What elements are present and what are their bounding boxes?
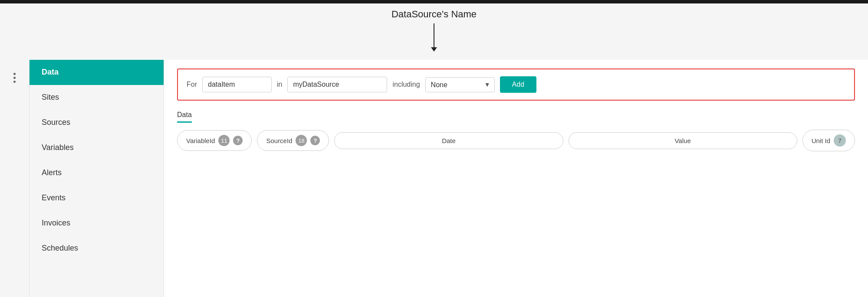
arrow-line (434, 23, 434, 47)
including-select-wrapper: None All ▼ (425, 77, 495, 92)
col-sourceid-badge: 18 (296, 135, 307, 146)
sidebar-item-sites[interactable]: Sites (30, 85, 164, 110)
add-button[interactable]: Add (500, 76, 536, 93)
col-header-variableid: VariableId 11 ? (177, 130, 252, 151)
dot-2 (13, 77, 16, 79)
main-layout: Data Sites Sources Variables Alerts Even… (0, 60, 868, 297)
sidebar-item-alerts[interactable]: Alerts (30, 160, 164, 186)
dot-3 (13, 81, 16, 83)
col-header-value: Value (569, 132, 797, 149)
tab-data[interactable]: Data (177, 111, 192, 123)
datasource-annotation-label: DataSource's Name (391, 9, 477, 20)
sidebar-item-schedules[interactable]: Schedules (30, 236, 164, 261)
sidebar-item-events[interactable]: Events (30, 186, 164, 211)
columns-row: VariableId 11 ? SourceId 18 ? Date Value… (177, 130, 855, 151)
col-header-unitid: Unit Id 7 (802, 130, 855, 151)
for-label: For (187, 81, 197, 88)
for-input[interactable] (202, 77, 272, 92)
query-builder: For in including None All ▼ Add (177, 69, 855, 101)
col-variableid-badge: 11 (218, 135, 230, 146)
col-sourceid-help-icon[interactable]: ? (310, 136, 320, 145)
tab-area: Data (177, 111, 855, 123)
including-label: including (392, 81, 420, 88)
col-header-date: Date (334, 132, 563, 149)
including-select[interactable]: None All (425, 77, 495, 92)
col-date-label: Date (442, 137, 456, 144)
col-value-label: Value (674, 137, 690, 144)
sidebar-item-invoices[interactable]: Invoices (30, 211, 164, 236)
sidebar: Data Sites Sources Variables Alerts Even… (30, 60, 164, 297)
annotation-container: DataSource's Name (391, 9, 477, 52)
col-unitid-label: Unit Id (812, 137, 830, 144)
col-variableid-help-icon[interactable]: ? (233, 136, 243, 145)
col-unitid-badge: 7 (834, 134, 846, 147)
col-sourceid-label: SourceId (266, 137, 292, 144)
col-variableid-label: VariableId (186, 137, 215, 144)
left-panel (0, 60, 30, 297)
in-label: in (277, 81, 282, 88)
col-header-sourceid: SourceId 18 ? (257, 130, 329, 151)
top-bar (0, 0, 868, 3)
annotation-arrow (431, 23, 437, 52)
header-area: DataSource's Name (0, 3, 868, 60)
arrow-head (431, 47, 437, 52)
sidebar-item-sources[interactable]: Sources (30, 110, 164, 135)
sidebar-item-variables[interactable]: Variables (30, 135, 164, 160)
main-content: For in including None All ▼ Add Data Var… (164, 60, 868, 297)
sidebar-item-data[interactable]: Data (30, 60, 164, 85)
menu-dots-icon[interactable] (13, 73, 16, 83)
dot-1 (13, 73, 16, 75)
datasource-input[interactable] (287, 77, 387, 92)
